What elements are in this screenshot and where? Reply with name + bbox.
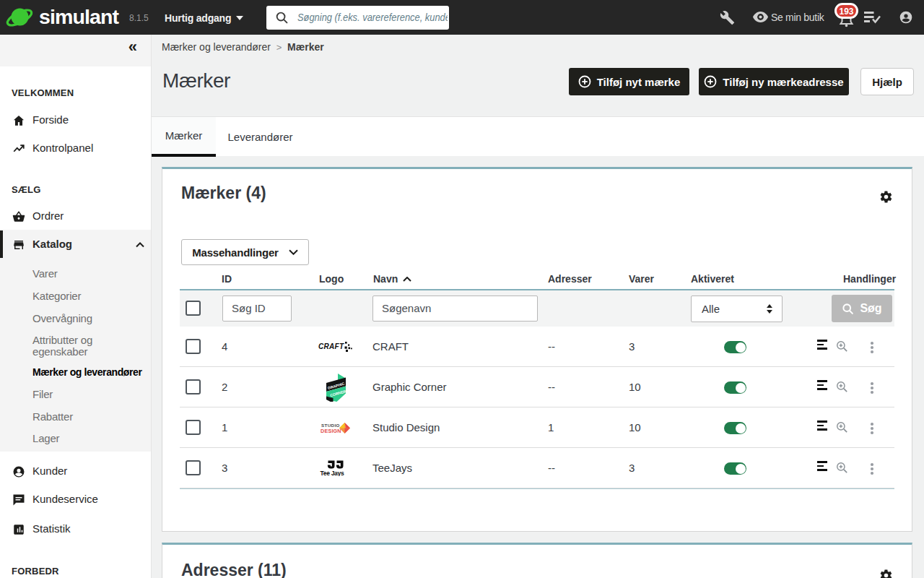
svg-text:DESIGN: DESIGN xyxy=(321,428,341,434)
svg-text:193: 193 xyxy=(839,7,853,17)
svg-text:STUDIO: STUDIO xyxy=(321,423,340,428)
svg-text:Tee Jays: Tee Jays xyxy=(321,470,344,477)
svg-text:CRAFT: CRAFT xyxy=(318,342,344,350)
